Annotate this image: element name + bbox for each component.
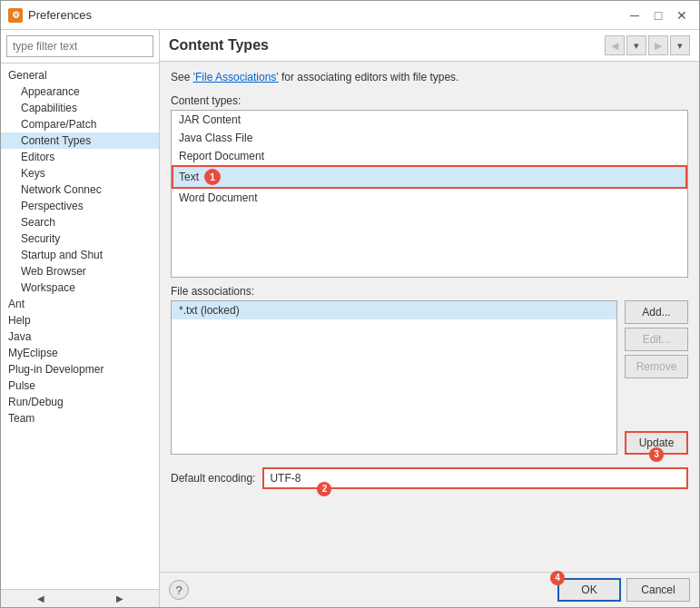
- help-button[interactable]: ?: [169, 580, 189, 600]
- encoding-row: Default encoding: 2: [171, 467, 688, 489]
- edit-button[interactable]: Edit...: [625, 328, 688, 351]
- nav-buttons: ◀ ▾ ▶ ▾: [605, 35, 690, 55]
- ok-button[interactable]: OK: [557, 578, 621, 602]
- window-title: Preferences: [28, 8, 625, 22]
- preferences-window: ⚙ Preferences ─ □ ✕ General Appearance C…: [0, 0, 700, 608]
- remove-button[interactable]: Remove: [625, 355, 688, 378]
- cancel-button[interactable]: Cancel: [626, 578, 690, 602]
- encoding-badge: 2: [317, 482, 331, 496]
- list-item-word[interactable]: Word Document: [172, 189, 687, 207]
- sidebar-item-appearance[interactable]: Appearance: [1, 83, 159, 100]
- sidebar-item-keys[interactable]: Keys: [1, 165, 159, 181]
- search-box: [1, 30, 159, 64]
- sidebar-item-help[interactable]: Help: [1, 312, 159, 329]
- list-item-java-class[interactable]: Java Class File: [172, 129, 687, 147]
- bottom-bar: ? OK 4 Cancel: [160, 572, 699, 607]
- update-btn-wrapper: Update 3: [625, 431, 688, 455]
- info-text-before: See: [171, 71, 193, 83]
- title-bar: ⚙ Preferences ─ □ ✕: [1, 1, 699, 30]
- app-icon: ⚙: [8, 8, 23, 23]
- nav-forward-dropdown-button[interactable]: ▾: [670, 35, 690, 55]
- sidebar-item-workspace[interactable]: Workspace: [1, 279, 159, 296]
- window-controls: ─ □ ✕: [625, 5, 692, 25]
- file-associations-list[interactable]: *.txt (locked): [171, 300, 617, 455]
- nav-back-button[interactable]: ◀: [605, 35, 625, 55]
- file-assoc-buttons: Add... Edit... Remove Update 3: [625, 300, 688, 455]
- content-types-label: Content types:: [171, 94, 688, 107]
- nav-forward-button[interactable]: ▶: [648, 35, 668, 55]
- content-types-list[interactable]: JAR Content Java Class File Report Docum…: [171, 110, 688, 278]
- file-assoc-section: *.txt (locked) Add... Edit... Remove Upd…: [171, 300, 688, 455]
- list-item-text-label: Text: [179, 171, 199, 183]
- sidebar-scroll-controls: ◀ ▶: [1, 589, 159, 607]
- filter-input[interactable]: [6, 35, 153, 57]
- scroll-left-button[interactable]: ◀: [1, 590, 80, 607]
- sidebar-item-pulse[interactable]: Pulse: [1, 378, 159, 394]
- list-item-jar[interactable]: JAR Content: [172, 111, 687, 129]
- sidebar-item-java[interactable]: Java: [1, 329, 159, 345]
- panel-body: See 'File Associations' for associating …: [160, 62, 699, 572]
- nav-dropdown-button[interactable]: ▾: [626, 35, 646, 55]
- sidebar-item-search[interactable]: Search: [1, 214, 159, 230]
- sidebar-item-general[interactable]: General: [1, 67, 159, 83]
- info-text-after: for associating editors with file types.: [281, 71, 458, 83]
- list-item-text[interactable]: Text 1: [172, 165, 687, 189]
- file-associations-label: File associations:: [171, 285, 688, 298]
- sidebar-item-perspectives[interactable]: Perspectives: [1, 198, 159, 214]
- tree-container: General Appearance Capabilities Compare/…: [1, 64, 159, 589]
- sidebar-item-plugin[interactable]: Plug-in Developmer: [1, 361, 159, 378]
- sidebar-item-ant[interactable]: Ant: [1, 296, 159, 312]
- close-button[interactable]: ✕: [672, 5, 692, 25]
- main-content: General Appearance Capabilities Compare/…: [1, 30, 699, 607]
- sidebar-item-compare-patch[interactable]: Compare/Patch: [1, 116, 159, 132]
- minimize-button[interactable]: ─: [625, 5, 645, 25]
- info-text: See 'File Associations' for associating …: [171, 71, 688, 83]
- sidebar-item-run-debug[interactable]: Run/Debug: [1, 394, 159, 410]
- file-associations-section: File associations: *.txt (locked) Add...…: [171, 285, 688, 455]
- text-badge: 1: [204, 169, 221, 185]
- sidebar-item-capabilities[interactable]: Capabilities: [1, 100, 159, 116]
- dialog-buttons: OK 4 Cancel: [557, 578, 690, 602]
- panel-header: Content Types ◀ ▾ ▶ ▾: [160, 30, 699, 62]
- sidebar-item-startup[interactable]: Startup and Shut: [1, 247, 159, 263]
- sidebar-item-network[interactable]: Network Connec: [1, 181, 159, 198]
- sidebar-item-web-browser[interactable]: Web Browser: [1, 263, 159, 279]
- encoding-label: Default encoding:: [171, 472, 255, 485]
- panel-title: Content Types: [169, 37, 605, 54]
- content-types-section: Content types: JAR Content Java Class Fi…: [171, 94, 688, 278]
- right-panel: Content Types ◀ ▾ ▶ ▾ See 'File Associat…: [160, 30, 699, 607]
- file-associations-link[interactable]: 'File Associations': [193, 71, 279, 83]
- sidebar-item-team[interactable]: Team: [1, 410, 159, 427]
- list-item-report[interactable]: Report Document: [172, 147, 687, 165]
- sidebar-item-content-types[interactable]: Content Types: [1, 132, 159, 149]
- sidebar-item-security[interactable]: Security: [1, 230, 159, 247]
- sidebar-item-myeclipse[interactable]: MyEclipse: [1, 345, 159, 361]
- ok-badge: 4: [550, 571, 565, 585]
- sidebar: General Appearance Capabilities Compare/…: [1, 30, 160, 607]
- add-button[interactable]: Add...: [625, 300, 688, 324]
- list-item-txt[interactable]: *.txt (locked): [172, 301, 616, 319]
- maximize-button[interactable]: □: [648, 5, 668, 25]
- update-badge: 3: [649, 447, 664, 462]
- ok-btn-wrapper: OK 4: [557, 578, 621, 602]
- scroll-right-button[interactable]: ▶: [80, 590, 159, 607]
- sidebar-item-editors[interactable]: Editors: [1, 149, 159, 165]
